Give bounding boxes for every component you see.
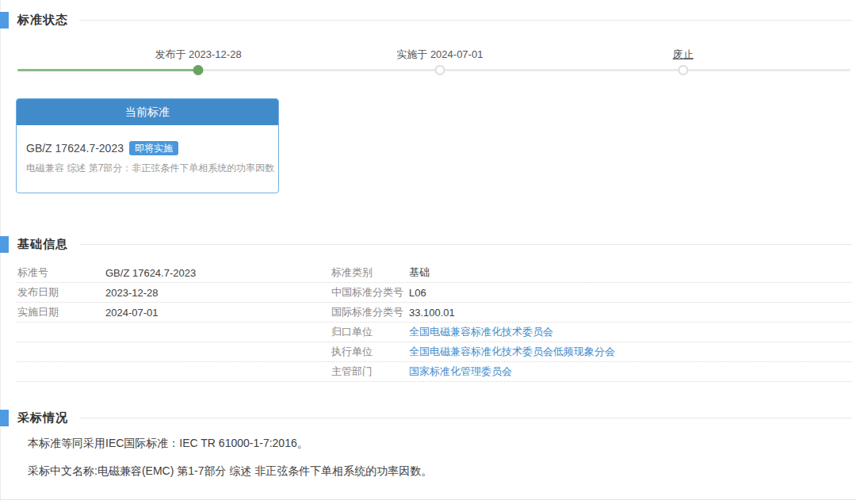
basic-info-table: 标准号 GB/Z 17624.7-2023 标准类别 基础 发布日期 2023-… xyxy=(16,263,852,382)
field-value: 2024-07-01 xyxy=(105,307,331,319)
page-bottom-border xyxy=(0,499,856,500)
field-label: 主管部门 xyxy=(331,365,409,379)
field-label: 归口单位 xyxy=(331,325,409,339)
field-value: 2023-12-28 xyxy=(105,287,331,299)
section-title-basic: 基础信息 xyxy=(17,237,68,252)
timeline-label-revoked[interactable]: 废止 xyxy=(673,48,694,62)
field-value: GB/Z 17624.7-2023 xyxy=(105,267,331,279)
field-label: 实施日期 xyxy=(16,305,105,319)
field-value: L06 xyxy=(409,287,852,299)
field-label: 发布日期 xyxy=(16,285,105,300)
section-divider-line xyxy=(79,418,852,418)
table-row: 主管部门 国家标准化管理委员会 xyxy=(16,362,852,382)
section-header-status: 标准状态 xyxy=(0,12,852,29)
field-label: 中国标准分类号 xyxy=(331,285,409,300)
field-label: 国际标准分类号 xyxy=(331,305,409,319)
table-row: 实施日期 2024-07-01 国际标准分类号 33.100.01 xyxy=(16,303,852,323)
timeline-dot-implemented xyxy=(434,65,445,75)
section-divider-line xyxy=(79,20,852,21)
table-row: 标准号 GB/Z 17624.7-2023 标准类别 基础 xyxy=(16,263,852,283)
adoption-chinese-name: 采标中文名称:电磁兼容(EMC) 第1-7部分 综述 非正弦条件下单相系统的功率… xyxy=(28,464,432,479)
standard-detail-page: 标准状态 发布于 2023-12-28 实施于 2024-07-01 废止 当前… xyxy=(0,0,856,504)
executor-link[interactable]: 全国电磁兼容标准化技术委员会低频现象分会 xyxy=(409,346,615,357)
committee-link[interactable]: 全国电磁兼容标准化技术委员会 xyxy=(409,326,553,338)
field-value: 基础 xyxy=(409,265,852,280)
current-standard-card-header: 当前标准 xyxy=(17,99,278,125)
field-label: 标准类别 xyxy=(331,265,409,280)
current-standard-card-body: GB/Z 17624.7-2023 即将实施 电磁兼容 综述 第7部分：非正弦条… xyxy=(17,125,278,175)
section-divider-line xyxy=(79,244,852,245)
field-value: 33.100.01 xyxy=(409,307,852,319)
standard-name: 电磁兼容 综述 第7部分：非正弦条件下单相系统的功率因数 xyxy=(26,162,269,175)
field-label: 执行单位 xyxy=(331,345,409,359)
table-row: 发布日期 2023-12-28 中国标准分类号 L06 xyxy=(16,283,852,303)
timeline-label-implemented: 实施于 2024-07-01 xyxy=(396,48,483,62)
table-row: 归口单位 全国电磁兼容标准化技术委员会 xyxy=(16,323,852,342)
adoption-statement: 本标准等同采用IEC国际标准：IEC TR 61000-1-7:2016。 xyxy=(28,437,308,451)
timeline-label-published: 发布于 2023-12-28 xyxy=(155,48,242,62)
status-badge: 即将实施 xyxy=(129,141,178,155)
section-header-basic: 基础信息 xyxy=(0,236,852,253)
current-standard-card: 当前标准 GB/Z 17624.7-2023 即将实施 电磁兼容 综述 第7部分… xyxy=(16,98,279,193)
section-title-adoption: 采标情况 xyxy=(17,410,68,426)
section-marker-icon xyxy=(0,12,9,29)
timeline-progress xyxy=(17,69,198,71)
section-marker-icon xyxy=(0,410,9,426)
field-label: 标准号 xyxy=(16,265,105,280)
timeline-dot-revoked xyxy=(678,65,688,75)
standard-code: GB/Z 17624.7-2023 xyxy=(26,142,124,155)
section-marker-icon xyxy=(0,236,9,253)
section-title-status: 标准状态 xyxy=(17,13,68,28)
authority-link[interactable]: 国家标准化管理委员会 xyxy=(409,365,512,377)
section-header-adoption: 采标情况 xyxy=(0,410,852,426)
table-row: 执行单位 全国电磁兼容标准化技术委员会低频现象分会 xyxy=(16,342,852,362)
timeline-dot-published xyxy=(193,65,204,75)
status-timeline: 发布于 2023-12-28 实施于 2024-07-01 废止 xyxy=(17,44,850,79)
